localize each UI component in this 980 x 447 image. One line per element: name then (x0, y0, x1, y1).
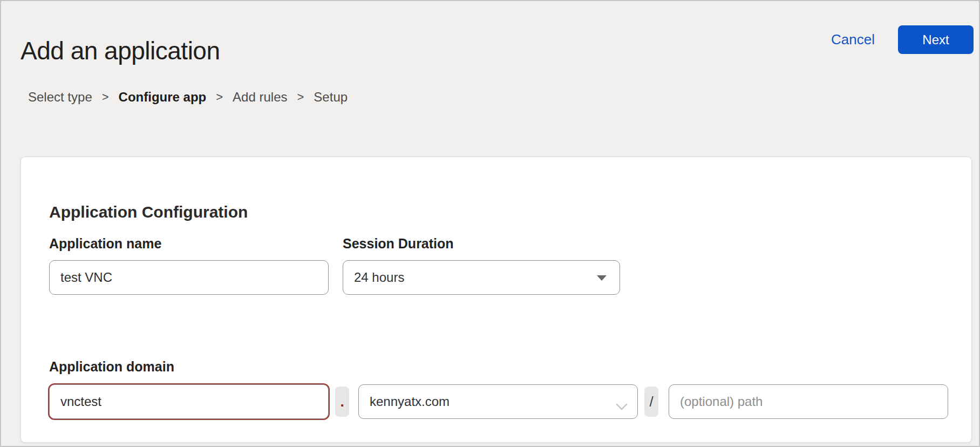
application-name-input[interactable] (49, 260, 329, 295)
step-select-type[interactable]: Select type (28, 90, 92, 105)
domain-select-value: kennyatx.com (370, 394, 450, 409)
breadcrumb-separator: > (297, 90, 304, 104)
next-button[interactable]: Next (898, 25, 974, 54)
cancel-button[interactable]: Cancel (831, 31, 875, 48)
chevron-down-icon (616, 398, 628, 414)
breadcrumb-separator: > (102, 90, 109, 104)
application-name-label: Application name (49, 236, 161, 252)
slash-separator: / (644, 387, 658, 417)
subdomain-input[interactable] (49, 384, 329, 419)
application-domain-label: Application domain (49, 359, 174, 375)
breadcrumb: Select type > Configure app > Add rules … (28, 90, 348, 105)
session-duration-select[interactable]: 24 hours (343, 260, 620, 295)
section-title: Application Configuration (49, 203, 248, 221)
chevron-down-icon (597, 275, 607, 281)
application-configuration-card: Application Configuration Application na… (21, 157, 972, 443)
session-duration-label: Session Duration (343, 236, 454, 252)
path-input[interactable] (669, 384, 948, 419)
step-setup[interactable]: Setup (314, 90, 348, 105)
dot-separator: . (335, 387, 349, 417)
domain-select[interactable]: kennyatx.com (358, 384, 638, 419)
page-title: Add an application (21, 36, 220, 65)
step-add-rules[interactable]: Add rules (233, 90, 287, 105)
breadcrumb-separator: > (216, 90, 223, 104)
step-configure-app[interactable]: Configure app (119, 90, 207, 105)
session-duration-value: 24 hours (354, 270, 404, 285)
